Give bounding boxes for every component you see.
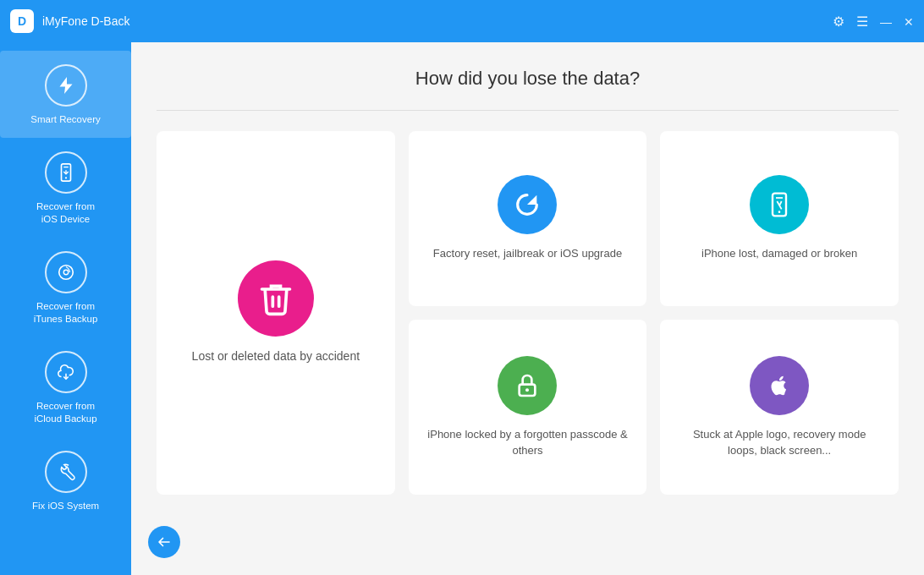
sidebar-item-label-smart-recovery: Smart Recovery xyxy=(30,113,100,126)
card-iphone-lost-label: iPhone lost, damaged or broken xyxy=(701,246,857,261)
app-logo: D xyxy=(10,9,34,33)
card-factory-reset-label: Factory reset, jailbreak or iOS upgrade xyxy=(433,246,622,261)
svg-point-13 xyxy=(525,389,529,392)
app-title: iMyFone D-Back xyxy=(42,14,129,28)
smart-recovery-icon xyxy=(45,64,87,107)
card-lost-deleted-label: Lost or deleted data by accident xyxy=(192,348,360,365)
menu-icon[interactable]: ☰ xyxy=(856,14,868,30)
sidebar-item-label-recover-itunes: Recover fromiTunes Backup xyxy=(34,300,98,326)
recover-itunes-icon xyxy=(45,251,87,293)
title-bar: D iMyFone D-Back ⚙ ☰ — ✕ xyxy=(0,0,924,42)
card-apple-logo[interactable]: Stuck at Apple logo, recovery mode loops… xyxy=(660,320,899,495)
svg-point-5 xyxy=(63,270,69,275)
card-iphone-locked-label: iPhone locked by a forgotten passcode & … xyxy=(426,427,630,457)
content-area: How did you lose the data? Lost or delet… xyxy=(131,42,924,575)
svg-point-2 xyxy=(64,177,66,178)
card-factory-reset[interactable]: Factory reset, jailbreak or iOS upgrade xyxy=(409,131,647,306)
iphone-locked-icon xyxy=(498,356,557,415)
lost-deleted-icon-circle xyxy=(238,260,314,337)
card-iphone-lost[interactable]: iPhone lost, damaged or broken xyxy=(660,131,899,306)
sidebar-item-smart-recovery[interactable]: Smart Recovery xyxy=(0,51,131,138)
cards-grid: Lost or deleted data by accident Factory… xyxy=(157,131,899,495)
back-button[interactable] xyxy=(148,526,180,558)
recover-ios-icon xyxy=(45,151,87,194)
settings-icon[interactable]: ⚙ xyxy=(833,14,844,30)
sidebar-item-label-recover-ios: Recover fromiOS Device xyxy=(36,200,95,226)
minimize-button[interactable]: — xyxy=(880,14,892,28)
sidebar-item-recover-ios[interactable]: Recover fromiOS Device xyxy=(0,138,131,238)
divider xyxy=(157,110,899,111)
sidebar: Smart Recovery Recover fromiOS Device xyxy=(0,42,131,575)
svg-line-11 xyxy=(779,201,782,205)
sidebar-item-recover-icloud[interactable]: Recover fromiCloud Backup xyxy=(0,337,131,437)
sidebar-item-label-recover-icloud: Recover fromiCloud Backup xyxy=(34,400,96,425)
apple-logo-icon xyxy=(750,356,809,415)
close-button[interactable]: ✕ xyxy=(904,14,914,28)
card-apple-logo-label: Stuck at Apple logo, recovery mode loops… xyxy=(677,427,882,457)
main-layout: Smart Recovery Recover fromiOS Device xyxy=(0,42,924,575)
sidebar-item-label-fix-ios: Fix iOS System xyxy=(32,500,99,512)
page-title: How did you lose the data? xyxy=(157,68,899,90)
sidebar-item-recover-itunes[interactable]: Recover fromiTunes Backup xyxy=(0,238,131,337)
card-iphone-locked[interactable]: iPhone locked by a forgotten passcode & … xyxy=(409,320,647,495)
recover-icloud-icon xyxy=(45,351,87,393)
window-controls: ⚙ ☰ — ✕ xyxy=(833,14,914,30)
fix-ios-icon xyxy=(45,451,87,493)
iphone-lost-icon xyxy=(750,175,809,234)
svg-point-9 xyxy=(778,211,781,214)
card-lost-deleted[interactable]: Lost or deleted data by accident xyxy=(157,131,395,495)
factory-reset-icon xyxy=(498,175,557,234)
sidebar-item-fix-ios[interactable]: Fix iOS System xyxy=(0,437,131,524)
